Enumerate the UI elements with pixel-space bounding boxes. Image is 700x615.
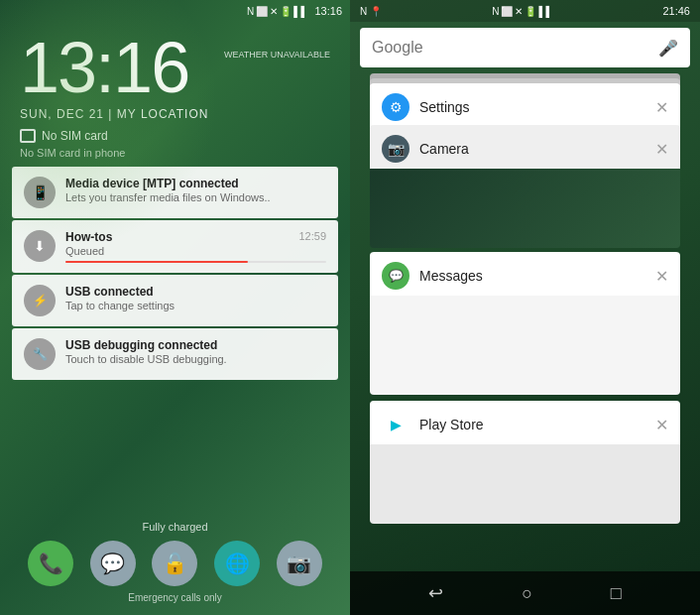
camera-icon: 📷 (382, 135, 409, 163)
back-button[interactable]: ↩ (428, 582, 443, 604)
left-status-icons: N ⬜ ✕ 🔋 ▌▌ (247, 6, 307, 17)
notif-mtp-icon: 📱 (24, 177, 56, 208)
playstore-label: Play Store (419, 417, 645, 432)
right-status-icons: N ⬜ ✕ 🔋 ▌▌ (492, 6, 552, 17)
right-signal-icon: ▌▌ (538, 6, 552, 17)
lock-bottom: Fully charged 📞 💬 🔓 🌐 📷 Emergency calls … (0, 513, 350, 615)
messages-icon: 💬 (382, 262, 409, 290)
portrait-icon: ⬜ (256, 6, 268, 17)
notif-usb-sub: Tap to change settings (65, 300, 326, 311)
messages-label: Messages (419, 268, 645, 284)
notif-progress-bar (65, 261, 326, 263)
notif-mtp-sub: Lets you transfer media files on Windows… (65, 191, 326, 203)
right-x-icon: ✕ (515, 6, 523, 17)
camera-preview (370, 169, 680, 248)
notif-progress-fill (65, 261, 248, 263)
notif-usb[interactable]: ⚡ USB connected Tap to change settings (12, 275, 338, 326)
messages-close-btn[interactable]: ✕ (655, 267, 668, 286)
recent-app-settings[interactable]: ⚙ Settings ✕ (370, 83, 680, 131)
shortcut-phone[interactable]: 📞 (28, 541, 73, 586)
battery-status: Fully charged (142, 521, 207, 533)
recent-apps-list: ⚙ Settings ✕ 📷 Camera ✕ 💬 Messages ✕ ▶ P… (350, 73, 700, 571)
lock-screen: N ⬜ ✕ 🔋 ▌▌ 13:16 13:16 WEATHER UNAVAILAB… (0, 0, 350, 615)
sim-icon (20, 129, 36, 143)
sim-subtitle: No SIM card in phone (0, 147, 350, 167)
more-options-icon[interactable]: ⋮ (672, 28, 690, 50)
google-search-bar[interactable]: Google 🎤 (360, 28, 690, 67)
recent-apps-screen: N 📍 N ⬜ ✕ 🔋 ▌▌ 21:46 Google 🎤 ⋮ ⚙ Settin… (350, 0, 700, 615)
notif-mtp-title: Media device [MTP] connected (65, 177, 326, 190)
notif-howtos-icon: ⬇ (24, 230, 56, 262)
right-portrait-icon: ⬜ (501, 6, 513, 17)
notif-howtos-title: How-tos (65, 230, 112, 244)
emergency-calls-label: Emergency calls only (128, 592, 221, 603)
notif-howtos-sub: Queued (65, 245, 326, 257)
bottom-nav-bar: ↩ ○ □ (350, 571, 700, 615)
settings-close-btn[interactable]: ✕ (655, 98, 668, 117)
recents-button[interactable]: □ (611, 583, 622, 604)
settings-label: Settings (419, 99, 645, 115)
google-label: Google (372, 39, 658, 57)
shortcut-browser[interactable]: 🌐 (214, 541, 260, 586)
x-icon: ✕ (270, 6, 278, 17)
notif-debug-icon: 🔧 (24, 338, 56, 370)
playstore-close-btn[interactable]: ✕ (655, 416, 668, 434)
playstore-preview (370, 444, 680, 524)
notif-usb-debug[interactable]: 🔧 USB debugging connected Touch to disab… (12, 328, 338, 380)
battery-icon: 🔋 (280, 6, 292, 17)
sim-info: No SIM card (0, 125, 350, 147)
right-status-time: 21:46 (662, 5, 690, 17)
notif-howtos[interactable]: ⬇ How-tos 12:59 Queued (12, 220, 338, 273)
right-status-bar: N 📍 N ⬜ ✕ 🔋 ▌▌ 21:46 (350, 0, 700, 22)
notification-list: 📱 Media device [MTP] connected Lets you … (0, 167, 350, 513)
lock-clock: 13:16 (0, 22, 350, 103)
recent-app-camera[interactable]: 📷 Camera ✕ (370, 125, 680, 173)
weather-status: WEATHER UNAVAILABLE (224, 50, 330, 62)
playstore-icon: ▶ (382, 411, 409, 438)
shortcut-camera[interactable]: 📷 (277, 541, 322, 586)
signal-icon: ▌▌ (293, 6, 307, 17)
right-loc-icon: 📍 (370, 6, 382, 17)
left-status-time: 13:16 (314, 5, 342, 17)
shortcut-bar: 📞 💬 🔓 🌐 📷 (0, 541, 350, 586)
right-nfc-icon: N (360, 6, 367, 17)
recent-app-playstore[interactable]: ▶ Play Store ✕ (370, 401, 680, 448)
notif-usb-icon: ⚡ (24, 285, 56, 316)
shortcut-lock[interactable]: 🔓 (152, 541, 197, 586)
notif-debug-title: USB debugging connected (65, 338, 326, 352)
camera-close-btn[interactable]: ✕ (655, 140, 668, 159)
left-status-bar: N ⬜ ✕ 🔋 ▌▌ 13:16 (0, 0, 350, 22)
notif-mtp[interactable]: 📱 Media device [MTP] connected Lets you … (12, 167, 338, 218)
nfc-icon: N (247, 6, 254, 17)
shortcut-message[interactable]: 💬 (90, 541, 136, 586)
sim-title: No SIM card (42, 129, 108, 143)
home-button[interactable]: ○ (522, 583, 532, 604)
recent-app-messages[interactable]: 💬 Messages ✕ (370, 252, 680, 300)
right-battery-icon: 🔋 (525, 6, 536, 17)
settings-icon: ⚙ (382, 93, 409, 121)
notif-howtos-time: 12:59 (298, 230, 326, 242)
camera-label: Camera (419, 141, 645, 157)
lock-date: SUN, DEC 21 | MY LOCATION (0, 103, 350, 125)
right-nfc2-icon: N (492, 6, 499, 17)
notif-debug-sub: Touch to disable USB debugging. (65, 353, 326, 365)
messages-preview (370, 296, 680, 395)
notif-usb-title: USB connected (65, 285, 326, 299)
